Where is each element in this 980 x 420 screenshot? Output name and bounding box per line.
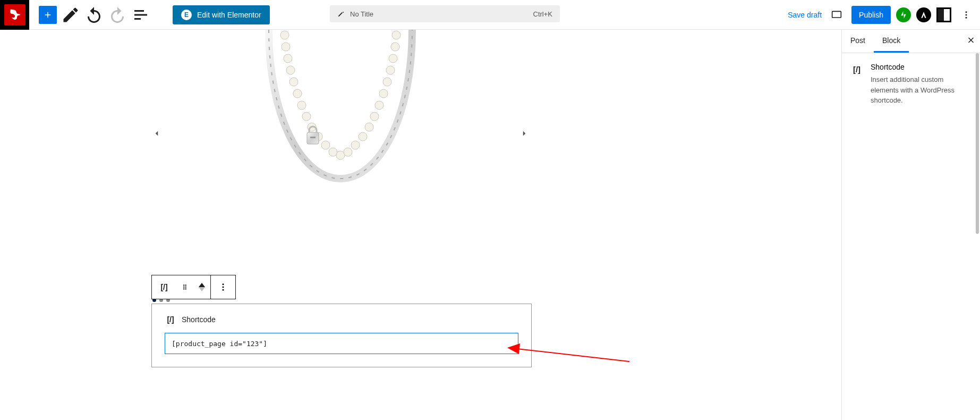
redo-button[interactable] — [108, 5, 127, 24]
pen-icon — [337, 10, 345, 18]
svg-point-18 — [359, 132, 367, 141]
product-image — [226, 30, 455, 205]
elementor-button-label: Edit with Elementor — [197, 11, 261, 19]
jetpack-button[interactable] — [896, 7, 911, 22]
block-toolbar: [/] — [151, 275, 236, 299]
settings-panel-toggle[interactable] — [936, 7, 951, 22]
up-down-icon — [199, 283, 205, 291]
svg-point-17 — [351, 141, 360, 149]
svg-point-6 — [286, 66, 295, 74]
close-icon — [966, 35, 976, 45]
redo-icon — [108, 5, 127, 24]
astra-button[interactable] — [916, 7, 931, 22]
panel-icon — [938, 9, 944, 21]
shortcode-icon: [/] — [160, 283, 167, 291]
drag-icon — [181, 283, 189, 291]
editor-canvas: [/] [/] Shortcode — [0, 30, 841, 420]
svg-point-36 — [223, 283, 224, 285]
slider-prev-button[interactable] — [152, 125, 161, 142]
svg-point-32 — [183, 287, 184, 288]
site-logo[interactable] — [0, 0, 29, 30]
desktop-icon — [831, 10, 842, 20]
shortcode-block[interactable]: [/] Shortcode — [151, 304, 532, 367]
product-image-slider — [152, 30, 529, 242]
title-shortcut: Ctrl+K — [533, 10, 552, 18]
preview-button[interactable] — [827, 5, 846, 24]
shortcode-icon: [/] — [165, 314, 176, 325]
topbar-right-group: Save draft Publish — [788, 0, 976, 30]
svg-point-22 — [379, 89, 388, 98]
svg-line-39 — [517, 349, 629, 362]
add-block-button[interactable] — [39, 6, 57, 24]
editor-topbar: E Edit with Elementor No Title Ctrl+K Sa… — [0, 0, 980, 30]
more-options-button[interactable] — [957, 5, 976, 24]
svg-point-25 — [389, 54, 397, 63]
save-draft-link[interactable]: Save draft — [788, 11, 822, 19]
astra-icon — [920, 11, 927, 19]
svg-point-24 — [386, 66, 395, 74]
shortcode-block-header: [/] Shortcode — [165, 314, 518, 325]
svg-point-20 — [370, 112, 379, 121]
publish-label: Publish — [859, 11, 883, 19]
elementor-logo-icon: E — [181, 10, 192, 20]
edit-mode-button[interactable] — [61, 5, 80, 24]
dragon-icon — [4, 4, 25, 26]
publish-button[interactable]: Publish — [851, 6, 891, 24]
tab-post[interactable]: Post — [842, 30, 874, 53]
svg-point-21 — [375, 101, 384, 110]
block-info-panel: [/] Shortcode Insert additional custom e… — [842, 53, 980, 115]
svg-point-4 — [282, 43, 290, 51]
shortcode-block-label: Shortcode — [182, 315, 216, 324]
edit-with-elementor-button[interactable]: E Edit with Elementor — [173, 5, 270, 24]
svg-point-8 — [293, 89, 302, 98]
svg-marker-40 — [507, 343, 520, 354]
chevron-right-icon — [519, 129, 529, 138]
svg-point-13 — [321, 141, 330, 149]
shortcode-input[interactable] — [165, 333, 518, 354]
svg-point-31 — [185, 284, 186, 285]
settings-sidebar: Post Block [/] Shortcode Insert addition… — [841, 30, 980, 420]
svg-point-33 — [185, 287, 186, 288]
svg-rect-29 — [310, 137, 316, 138]
svg-point-37 — [223, 287, 224, 288]
svg-point-0 — [966, 11, 967, 13]
svg-point-26 — [391, 43, 399, 51]
undo-icon — [84, 5, 104, 24]
move-updown-button[interactable] — [193, 275, 210, 299]
svg-point-5 — [284, 54, 292, 63]
list-icon — [131, 5, 150, 24]
jetpack-icon — [899, 11, 908, 19]
page-title-input[interactable]: No Title Ctrl+K — [330, 5, 560, 22]
svg-point-10 — [302, 112, 311, 121]
pencil-icon — [61, 5, 80, 24]
svg-point-9 — [297, 101, 306, 110]
page-title-placeholder: No Title — [350, 10, 373, 18]
block-info-title: Shortcode — [871, 63, 972, 71]
svg-point-38 — [223, 289, 224, 291]
shortcode-icon: [/] — [850, 63, 863, 75]
svg-point-35 — [185, 288, 186, 289]
slider-next-button[interactable] — [519, 125, 529, 142]
svg-point-23 — [383, 78, 391, 86]
svg-point-2 — [966, 17, 967, 19]
drag-handle[interactable] — [176, 275, 193, 299]
tab-block[interactable]: Block — [874, 30, 909, 53]
svg-point-19 — [365, 123, 373, 131]
sidebar-tabs: Post Block — [842, 30, 980, 53]
kebab-icon — [218, 282, 228, 292]
svg-point-1 — [966, 14, 967, 16]
topbar-left-group: E Edit with Elementor — [0, 0, 270, 30]
svg-point-7 — [289, 78, 298, 86]
close-sidebar-button[interactable] — [966, 35, 976, 47]
block-info-description: Insert additional custom elements with a… — [871, 74, 972, 106]
plus-icon — [43, 10, 53, 20]
kebab-icon — [961, 10, 971, 20]
svg-point-16 — [344, 148, 352, 156]
svg-point-27 — [392, 31, 400, 39]
undo-button[interactable] — [84, 5, 104, 24]
svg-point-34 — [183, 288, 184, 289]
block-type-button[interactable]: [/] — [152, 275, 176, 299]
block-more-options[interactable] — [211, 275, 235, 299]
sidebar-scrollbar[interactable] — [976, 53, 979, 234]
document-overview-button[interactable] — [131, 5, 150, 24]
